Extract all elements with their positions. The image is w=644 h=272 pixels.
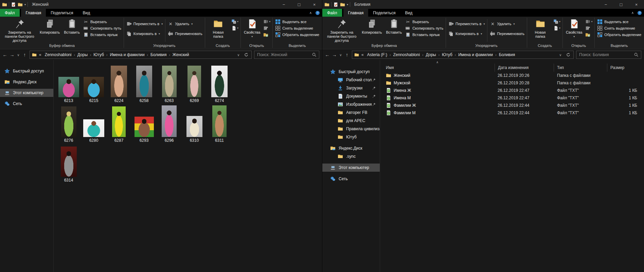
select-all-button[interactable]: Выделить все [275, 19, 319, 25]
close-button[interactable]: × [629, 0, 644, 9]
qat-check-icon[interactable] [333, 2, 338, 7]
qat-folder-icon[interactable] [340, 2, 345, 7]
select-none-button[interactable]: Снять выделение [597, 25, 641, 31]
address-dropdown-icon[interactable]: ∨ [236, 53, 241, 57]
address-dropdown-icon[interactable]: ∨ [558, 53, 563, 57]
refresh-icon[interactable] [244, 52, 249, 57]
file-thumbnail[interactable]: 6274 [207, 64, 232, 104]
recent-locations-button[interactable]: ∨ [16, 53, 21, 57]
sidebar-item-сеть[interactable]: Сеть [0, 100, 53, 108]
edit-button[interactable] [585, 26, 592, 31]
history-button[interactable] [585, 32, 592, 37]
sidebar-item-правила-цивилизаци[interactable]: Правила цивилизаци [322, 125, 380, 133]
rename-button[interactable]: Переименовать [490, 31, 524, 37]
cut-button[interactable]: ✂Вырезать [83, 19, 121, 25]
tab-поделиться[interactable]: Поделиться [368, 9, 400, 17]
breadcrumb-item[interactable]: Доры [75, 52, 90, 57]
file-thumbnail[interactable]: 6287 [106, 104, 131, 144]
sidebar-item-этот-компьютер[interactable]: Этот компьютер [0, 89, 53, 97]
qat-dropdown-caret[interactable]: ▾ [347, 3, 348, 6]
qat-check-icon[interactable] [11, 2, 16, 7]
file-row[interactable]: Фамилии Ж26.12.2019 22:44Файл "TXT"1 КБ [380, 102, 644, 109]
tab-вид[interactable]: Вид [78, 9, 95, 17]
sidebar-item-для-apec[interactable]: для APEC [322, 117, 380, 125]
breadcrumb-item[interactable]: Zennoshabloni [42, 52, 74, 57]
search-input[interactable] [576, 52, 634, 57]
new-folder-button[interactable]: Новая папка [528, 18, 552, 38]
sidebar-item--sync[interactable]: .sync [322, 152, 380, 160]
easy-access-button[interactable]: ▾ [553, 19, 560, 24]
paste-shortcut-button[interactable]: Вставить ярлык [405, 32, 443, 38]
tab-файл[interactable]: Файл [0, 9, 20, 17]
invert-selection-button[interactable]: Обратить выделение [275, 32, 319, 38]
cut-button[interactable]: ✂Вырезать [405, 19, 443, 25]
breadcrumb-item[interactable]: Zennoshabloni [391, 52, 422, 57]
file-row[interactable]: Мужской26.12.2019 20:28Папка с файлами [380, 79, 644, 87]
sidebar-item-этот-компьютер[interactable]: Этот компьютер [322, 164, 380, 172]
paste-button[interactable]: Вставить [62, 18, 82, 34]
file-thumbnail[interactable]: 6224 [106, 64, 131, 104]
breadcrumb-item[interactable]: Боливия [148, 52, 169, 57]
sidebar-item-рабочий-стол[interactable]: Рабочий стол [322, 76, 380, 84]
pin-button[interactable]: Закрепить на панели быстрого доступа [1, 18, 38, 42]
new-item-button[interactable]: ▾ [553, 26, 560, 31]
maximize-button[interactable]: □ [613, 0, 629, 9]
file-thumbnail[interactable]: 6311 [207, 104, 232, 144]
breadcrumb-item[interactable]: Asteria (F:) [365, 52, 390, 57]
new-item-button[interactable]: ▾ [231, 26, 238, 31]
paste-button[interactable]: Вставить [384, 18, 404, 34]
tab-главная[interactable]: Главная [343, 9, 369, 17]
file-thumbnail[interactable]: 6215 [81, 64, 106, 104]
move-to-button[interactable]: Переместить в▾ [126, 21, 163, 27]
open-media-button[interactable]: ▾ [585, 19, 592, 24]
file-thumbnail[interactable]: 6269 [182, 64, 207, 104]
tab-поделиться[interactable]: Поделиться [46, 9, 78, 17]
search-icon[interactable] [312, 52, 317, 57]
refresh-icon[interactable] [566, 52, 571, 57]
copy-to-button[interactable]: Копировать в▾ [448, 31, 485, 37]
back-button[interactable]: ← [324, 52, 331, 57]
sidebar-item-изображения[interactable]: Изображения [322, 100, 380, 108]
file-thumbnail[interactable]: 6263 [157, 64, 182, 104]
tab-вид[interactable]: Вид [400, 9, 417, 17]
file-row[interactable]: Фамилии М26.12.2019 22:44Файл "TXT"1 КБ [380, 109, 644, 117]
copy-to-button[interactable]: Копировать в▾ [126, 31, 163, 37]
maximize-button[interactable]: □ [291, 0, 307, 9]
sidebar-item-авторег-fb[interactable]: Авторег FB [322, 108, 380, 117]
easy-access-button[interactable]: ▾ [231, 19, 238, 24]
invert-selection-button[interactable]: Обратить выделение [597, 32, 641, 38]
tab-файл[interactable]: Файл [322, 9, 342, 17]
file-thumbnail[interactable]: 6280 [81, 104, 106, 144]
new-folder-button[interactable]: Новая папка [206, 18, 230, 38]
breadcrumb-item[interactable]: Женский [170, 52, 192, 57]
sidebar-item-загрузки[interactable]: Загрузки [322, 84, 380, 92]
help-icon[interactable]: ? [637, 11, 642, 15]
recent-locations-button[interactable]: ∨ [338, 53, 343, 57]
breadcrumb-item[interactable]: Доры [423, 52, 438, 57]
select-none-button[interactable]: Снять выделение [275, 25, 319, 31]
copy-path-button[interactable]: Скопировать путь [405, 25, 443, 31]
file-thumbnail[interactable]: 6310 [182, 104, 207, 144]
file-thumbnail[interactable]: 6213 [56, 64, 81, 104]
tab-главная[interactable]: Главная [21, 9, 46, 17]
breadcrumb-item[interactable]: Имена и фамилии [456, 52, 495, 57]
column-header-type[interactable]: Тип [554, 64, 607, 72]
minimize-button[interactable]: − [276, 0, 291, 9]
collapse-ribbon-icon[interactable]: ∧ [309, 11, 312, 15]
forward-button[interactable]: → [331, 52, 338, 57]
pin-button[interactable]: Закрепить на панели быстрого доступа [324, 18, 360, 42]
minimize-button[interactable]: − [598, 0, 613, 9]
sidebar-item-быстрый-доступ[interactable]: Быстрый доступ [0, 67, 53, 75]
sidebar-item-сеть[interactable]: Сеть [322, 175, 380, 183]
sidebar-item-ютуб[interactable]: Ютуб [322, 133, 380, 141]
history-button[interactable] [263, 32, 270, 37]
sidebar-item-яндекс-диск[interactable]: Яндекс.Диск [322, 144, 380, 152]
properties-button[interactable]: Свойства▾ [242, 18, 262, 39]
rename-button[interactable]: Переименовать [168, 31, 202, 37]
qat-dropdown-caret[interactable]: ▾ [24, 3, 26, 6]
file-thumbnail[interactable]: 6314 [56, 144, 81, 184]
column-header-name[interactable]: ∧Имя [380, 64, 495, 72]
sidebar-item-быстрый-доступ[interactable]: Быстрый доступ [322, 68, 380, 76]
close-button[interactable]: × [307, 0, 322, 9]
address-box[interactable]: «Zennoshabloni›Доры›Ютуб›Имена и фамилии… [30, 51, 252, 59]
